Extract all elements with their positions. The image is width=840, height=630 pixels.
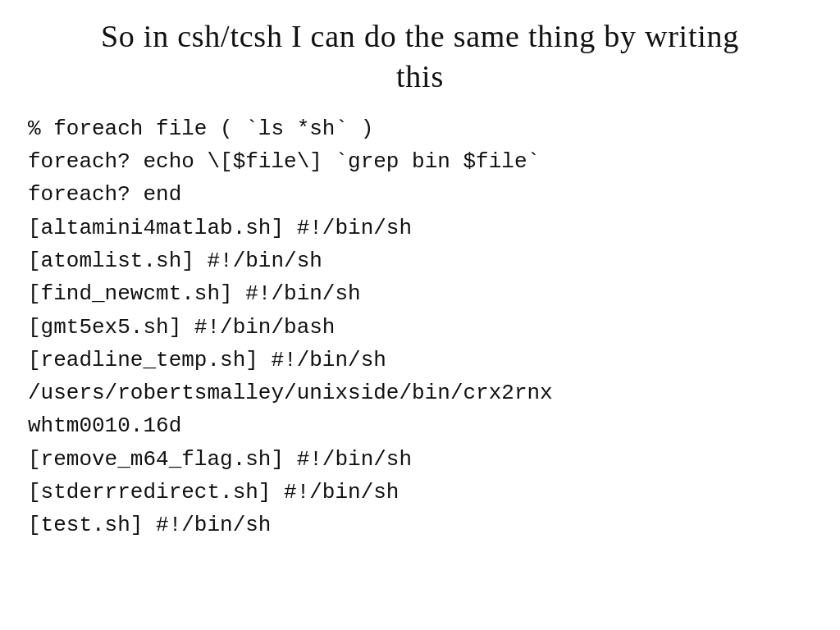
heading-line2: this <box>396 59 444 94</box>
heading-line1: So in csh/tcsh I can do the same thing b… <box>101 19 739 53</box>
page-heading: So in csh/tcsh I can do the same thing b… <box>25 16 815 98</box>
code-block: % foreach file ( `ls *sh` ) foreach? ech… <box>25 112 815 542</box>
page-container: So in csh/tcsh I can do the same thing b… <box>0 0 840 630</box>
